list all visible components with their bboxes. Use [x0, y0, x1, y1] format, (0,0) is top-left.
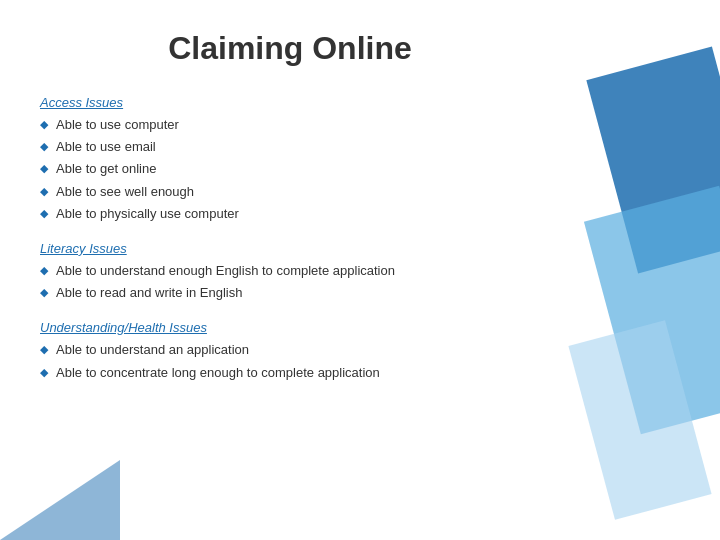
section-heading-literacy-issues: Literacy Issues — [40, 241, 540, 256]
list-item-text: Able to get online — [56, 160, 156, 178]
deco-bottom-left — [0, 460, 120, 540]
bullet-diamond-icon: ◆ — [40, 184, 48, 199]
list-item: ◆Able to understand an application — [40, 341, 540, 359]
list-item: ◆Able to read and write in English — [40, 284, 540, 302]
list-item-text: Able to read and write in English — [56, 284, 242, 302]
list-item-text: Able to use computer — [56, 116, 179, 134]
list-item: ◆Able to physically use computer — [40, 205, 540, 223]
bullet-list-access-issues: ◆Able to use computer◆Able to use email◆… — [40, 116, 540, 223]
bullet-diamond-icon: ◆ — [40, 139, 48, 154]
bullet-diamond-icon: ◆ — [40, 342, 48, 357]
bullet-diamond-icon: ◆ — [40, 263, 48, 278]
list-item: ◆Able to get online — [40, 160, 540, 178]
section-literacy-issues: Literacy Issues◆Able to understand enoug… — [40, 241, 540, 302]
section-access-issues: Access Issues◆Able to use computer◆Able … — [40, 95, 540, 223]
slide: Claiming Online Access Issues◆Able to us… — [0, 0, 720, 540]
list-item: ◆Able to see well enough — [40, 183, 540, 201]
main-content: Claiming Online Access Issues◆Able to us… — [0, 0, 580, 430]
deco-shape-3 — [568, 320, 711, 520]
list-item-text: Able to see well enough — [56, 183, 194, 201]
list-item-text: Able to use email — [56, 138, 156, 156]
list-item-text: Able to physically use computer — [56, 205, 239, 223]
bullet-list-understanding-health-issues: ◆Able to understand an application◆Able … — [40, 341, 540, 381]
decorative-right — [560, 0, 720, 540]
bullet-list-literacy-issues: ◆Able to understand enough English to co… — [40, 262, 540, 302]
section-understanding-health-issues: Understanding/Health Issues◆Able to unde… — [40, 320, 540, 381]
bullet-diamond-icon: ◆ — [40, 285, 48, 300]
deco-shape-2 — [584, 186, 720, 435]
slide-title: Claiming Online — [40, 30, 540, 67]
list-item: ◆Able to understand enough English to co… — [40, 262, 540, 280]
sections-container: Access Issues◆Able to use computer◆Able … — [40, 95, 540, 382]
section-heading-understanding-health-issues: Understanding/Health Issues — [40, 320, 540, 335]
bullet-diamond-icon: ◆ — [40, 365, 48, 380]
bullet-diamond-icon: ◆ — [40, 161, 48, 176]
list-item-text: Able to understand an application — [56, 341, 249, 359]
list-item: ◆Able to concentrate long enough to comp… — [40, 364, 540, 382]
list-item-text: Able to concentrate long enough to compl… — [56, 364, 380, 382]
list-item: ◆Able to use email — [40, 138, 540, 156]
section-heading-access-issues: Access Issues — [40, 95, 540, 110]
deco-shape-1 — [586, 47, 720, 274]
bullet-diamond-icon: ◆ — [40, 206, 48, 221]
list-item: ◆Able to use computer — [40, 116, 540, 134]
bullet-diamond-icon: ◆ — [40, 117, 48, 132]
list-item-text: Able to understand enough English to com… — [56, 262, 395, 280]
